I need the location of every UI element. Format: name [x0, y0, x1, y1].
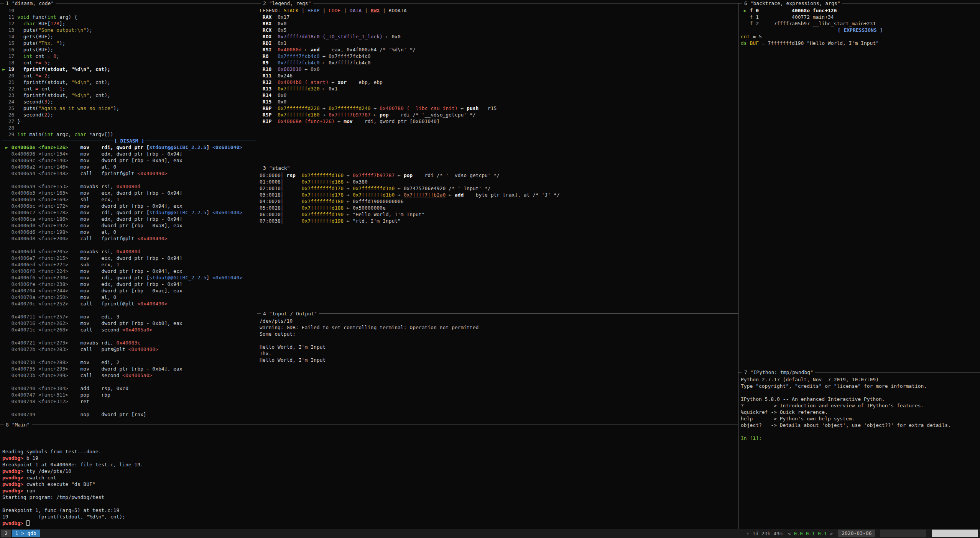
terminal-line: 0x4006a4 <func+148> call fprintf@plt <0x… [2, 170, 256, 177]
terminal-line: 0x4006fe <func+238> mov edx, dword ptr [… [2, 281, 256, 287]
border-left-mid[interactable] [257, 3, 257, 425]
terminal-line: 0x4006ca <func+186> mov edx, dword ptr [… [2, 216, 256, 222]
terminal-line: 29 int main(int argc, char *argv[]) [2, 131, 256, 138]
terminal-line: In [1]: [741, 435, 980, 441]
status-date: 2020-03-06 [838, 530, 875, 537]
border-mid-right[interactable] [738, 3, 738, 529]
terminal-line: 17 int cnt = 0; [2, 53, 256, 59]
terminal-line: 20 cnt *= 2; [2, 72, 256, 79]
pane-title-io: 4 "Input / Output" [261, 310, 319, 317]
terminal-line: 0x4006bc <func+172> mov dword ptr [rbp -… [2, 203, 256, 209]
terminal-line: RIP 0x40068e (func+126) ← mov rdi, qword… [260, 118, 738, 125]
terminal-line: RSI 0x40080d ← and eax, 0x4f000a64 /* '%… [260, 46, 738, 53]
pane-backtrace-expressions-args[interactable]: ► f 0 40068e func+126 f 1 400772 main+34… [738, 7, 980, 369]
host-indicator: ⌂ at-at [932, 530, 978, 537]
terminal-line: ► 0x40068e <func+126> mov rdi, qword ptr… [2, 144, 256, 151]
uptime-text: 1d 23h 49m [753, 531, 783, 536]
terminal-line: pwndbg> cwatch execute "ds BUF" [2, 481, 738, 487]
terminal-line: 16 puts(BUF); [2, 46, 256, 53]
terminal-line: 0x4006d8 <func+200> call fprintf@plt <0x… [2, 235, 256, 242]
terminal-line: object? -> Details about 'object', use '… [741, 422, 980, 428]
terminal-line: 00:0000│ rsp 0x7fffffffd160 → 0x7ffff7b9… [260, 172, 738, 179]
terminal-line: 10 [2, 7, 256, 14]
load-values: 0.0 0.1 0.1 [794, 531, 827, 536]
terminal-line: Breakpoint 1, func (arg=5) at test.c:19 [2, 507, 738, 513]
terminal-line: R13 0x7fffffffd320 ← 0x1 [260, 85, 738, 92]
terminal-line: 26 second(2); [2, 112, 256, 118]
terminal-line: R10 0x602010 ← 0x0 [260, 66, 738, 72]
terminal-line: 0x4006d0 <func+192> mov dword ptr [rbp -… [2, 222, 256, 229]
window-tab-gdb[interactable]: 1 > gdb [12, 530, 40, 537]
terminal-line: RBX 0x0 [260, 20, 738, 27]
terminal-line: ► 19 fprintf(stdout, "%d\n", cnt); [2, 66, 256, 72]
terminal-line: IPython 5.8.0 -- An enhanced Interactive… [741, 396, 980, 402]
terminal-line: 15 puts("Thx. "); [2, 40, 256, 46]
terminal-line [260, 337, 738, 344]
terminal-line: Hello World, I'm Input [260, 357, 738, 363]
terminal-line [2, 435, 738, 442]
terminal-line: pwndbg> run [2, 487, 738, 494]
terminal-line: 0x40073b <func+299> call second <0x4005a… [2, 372, 256, 379]
terminal-line: 0x400735 <func+293> mov dword ptr [rbp -… [2, 366, 256, 372]
terminal-line [2, 307, 256, 313]
pane-disasm-code[interactable]: 10 11 void func(int arg) { 12 char BUF[1… [0, 7, 256, 422]
terminal-line: 0x40070c <func+252> call fprintf@plt <0x… [2, 300, 256, 307]
terminal-line: 05:0028│ 0x7fffffffd188 ← 0x50000000e [260, 205, 738, 211]
terminal-line: Starting program: /tmp/pwndbg/test [2, 494, 738, 500]
pane-title-ipython: 7 "IPython: tmp/pwndbg" [742, 369, 815, 376]
pane-main-gdb[interactable]: Reading symbols from test...done.pwndbg>… [0, 428, 738, 529]
border-main-top[interactable] [0, 425, 738, 425]
terminal-line: LEGEND: STACK | HEAP | CODE | DATA | RWX… [260, 7, 738, 14]
terminal-line: 0x400721 <func+273> movabs rdi, 0x40083c [2, 340, 256, 346]
terminal-line: 0x400749 nop dword ptr [rax] [2, 411, 256, 418]
border-regs-stack[interactable] [257, 168, 738, 168]
terminal-line: 0x4006e7 <func+215> mov ecx, dword ptr [… [2, 255, 256, 261]
terminal-line: Reading symbols from test...done. [2, 448, 738, 455]
pane-ipython[interactable]: Python 2.7.17 (default, Nov 7 2019, 10:0… [738, 376, 980, 529]
section-divider: [ EXPRESSIONS ] [741, 27, 980, 33]
terminal-line: 22 cnt = cnt - 1; [2, 85, 256, 92]
terminal-line: ds BUF = 7fffffffd190 "Hello World, I'm … [741, 40, 980, 46]
terminal-line: help -> Python's own help system. [741, 415, 980, 422]
terminal-line: 0x4006dd <func+205> movabs rsi, 0x40080d [2, 248, 256, 255]
terminal-line: 11 void func(int arg) { [2, 14, 256, 20]
load-average: < 0.0 0.1 0.1 > [788, 531, 833, 536]
terminal-line [741, 428, 980, 435]
terminal-line [2, 429, 738, 435]
tmux-terminal: 1 "disasm, code" 2 "legend, regs" 6 "bac… [0, 0, 980, 538]
terminal-line: RSP 0x7fffffffd160 → 0x7ffff7b97787 ← po… [260, 112, 738, 118]
terminal-line: 0x400747 <func+311> pop rbp [2, 392, 256, 398]
section-divider: [ DISASM ] [2, 138, 256, 144]
border-stack-io[interactable] [257, 313, 738, 314]
session-badge[interactable]: 2 [1, 530, 11, 537]
terminal-line [741, 389, 980, 396]
terminal-line: 23 fprintf(stdout, "%d\n", cnt); [2, 92, 256, 98]
terminal-line [2, 442, 738, 448]
terminal-line: 0x4006b3 <func+163> mov ecx, dword ptr [… [2, 190, 256, 196]
terminal-line: Hello World, I'm Input [260, 344, 738, 350]
terminal-line: /dev/pts/10 [260, 318, 738, 324]
terminal-line: 0x4006a9 <func+153> movabs rsi, 0x40080d [2, 183, 256, 190]
uptime-indicator: ↑ 1d 23h 49m [747, 531, 783, 536]
terminal-line: 0x4006c2 <func+178> mov rdi, qword ptr [… [2, 209, 256, 216]
pane-title-main: 8 "Main" [4, 422, 32, 428]
terminal-line: 0x40070a <func+250> mov al, 0 [2, 294, 256, 300]
terminal-line: 03:0018│ 0x7fffffffd178 → 0x7fffffffd1b0… [260, 192, 738, 198]
terminal-line: R15 0x0 [260, 98, 738, 105]
pane-title-backtrace: 6 "backtrace, expressions, args" [742, 0, 842, 7]
terminal-line: 06:0030│ 0x7fffffffd190 ← "Hello World, … [260, 211, 738, 218]
terminal-line: R8 0x7ffff7fcb4c0 ← 0x7ffff7fcb4c0 [260, 53, 738, 59]
terminal-line: R12 0x4004b0 (_start) ← xor ebp, ebp [260, 79, 738, 85]
terminal-line: f 1 400772 main+34 [741, 14, 980, 20]
terminal-line: 0x400748 <func+312> ret [2, 398, 256, 405]
terminal-line: 14 gets(BUF); [2, 33, 256, 40]
pane-input-output[interactable]: /dev/pts/10warning: GDB: Failed to set c… [257, 317, 738, 422]
terminal-line: 01:0008│ 0x7fffffffd168 ← 0x380 [260, 179, 738, 185]
terminal-line [2, 333, 256, 340]
pane-legend-regs[interactable]: LEGEND: STACK | HEAP | CODE | DATA | RWX… [257, 7, 738, 165]
terminal-line: 13 puts("Some output:\n"); [2, 27, 256, 33]
terminal-line: 0x4006b9 <func+169> shl ecx, 1 [2, 196, 256, 203]
terminal-line: 0x400730 <func+288> mov edi, 2 [2, 359, 256, 366]
terminal-line: 02:0010│ 0x7fffffffd170 → 0x7fffffffd1a0… [260, 185, 738, 192]
pane-stack[interactable]: 00:0000│ rsp 0x7fffffffd160 → 0x7ffff7b9… [257, 171, 738, 310]
